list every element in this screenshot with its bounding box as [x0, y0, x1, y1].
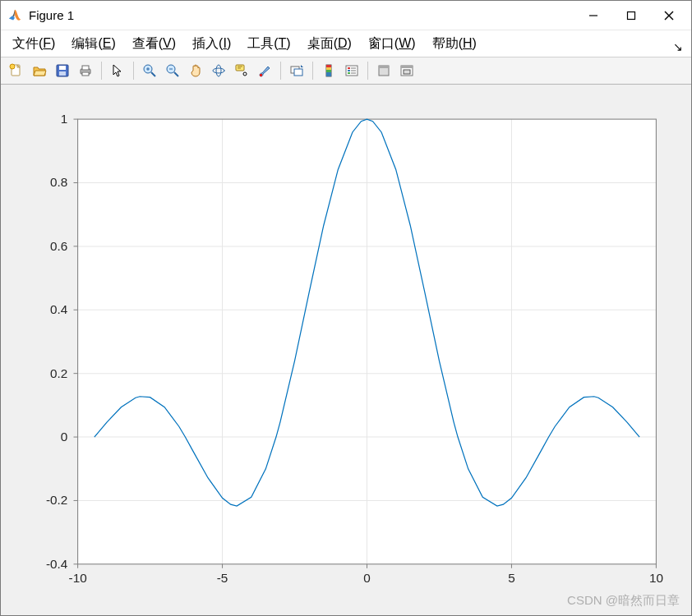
svg-text:0.8: 0.8 [50, 176, 67, 190]
svg-text:5: 5 [508, 571, 515, 585]
toolbar-separator [367, 62, 368, 80]
colorbar-button[interactable] [318, 60, 339, 81]
save-button[interactable] [52, 60, 73, 81]
svg-rect-7 [59, 66, 66, 70]
hide-plot-tools-button[interactable] [373, 60, 394, 81]
toolbar [1, 57, 691, 85]
select-button[interactable] [107, 60, 128, 81]
menu-file[interactable]: 文件(F) [6, 32, 62, 56]
svg-rect-11 [82, 72, 89, 76]
svg-rect-33 [326, 70, 331, 72]
svg-text:0: 0 [363, 571, 371, 585]
menu-tools[interactable]: 工具(T) [241, 32, 297, 56]
menu-view[interactable]: 查看(V) [126, 32, 182, 56]
new-figure-button[interactable] [6, 60, 27, 81]
matlab-icon [7, 8, 22, 23]
svg-rect-43 [379, 66, 389, 68]
svg-text:0.2: 0.2 [50, 366, 67, 380]
svg-rect-31 [326, 65, 331, 67]
menu-edit[interactable]: 编辑(E) [65, 32, 122, 56]
titlebar: Figure 1 [1, 1, 691, 30]
menu-help[interactable]: 帮助(H) [426, 32, 483, 56]
svg-point-19 [213, 68, 224, 73]
dock-button[interactable] [396, 60, 418, 81]
svg-text:0.6: 0.6 [50, 239, 67, 253]
svg-rect-26 [260, 74, 262, 76]
svg-rect-28 [294, 69, 302, 76]
menubar: 文件(F) 编辑(E) 查看(V) 插入(I) 工具(T) 桌面(D) 窗口(W… [1, 30, 691, 57]
svg-text:1: 1 [61, 112, 68, 126]
svg-rect-46 [404, 70, 410, 74]
svg-rect-32 [326, 67, 331, 70]
pan-button[interactable] [185, 60, 206, 81]
toolbar-separator [133, 62, 134, 80]
svg-rect-34 [326, 72, 331, 76]
toolbar-separator [312, 62, 313, 80]
svg-text:-10: -10 [69, 571, 87, 585]
menubar-overflow-icon[interactable]: ↘ [673, 40, 683, 53]
svg-text:-0.4: -0.4 [46, 557, 67, 571]
window-title: Figure 1 [29, 8, 74, 22]
svg-rect-36 [348, 67, 350, 69]
data-cursor-button[interactable] [231, 60, 252, 81]
svg-marker-29 [301, 65, 303, 67]
zoom-in-button[interactable] [139, 60, 160, 81]
svg-point-5 [10, 64, 15, 69]
svg-line-17 [174, 72, 178, 76]
svg-text:0.4: 0.4 [50, 302, 67, 316]
toolbar-separator [101, 62, 102, 80]
svg-rect-1 [628, 11, 635, 19]
maximize-button[interactable] [612, 3, 650, 28]
close-button[interactable] [650, 3, 688, 28]
print-button[interactable] [75, 60, 96, 81]
legend-button[interactable] [341, 60, 362, 81]
figure-body: -10-50510-0.4-0.200.20.40.60.81 CSDN @暗然… [1, 85, 691, 615]
toolbar-separator [280, 62, 281, 80]
menu-window[interactable]: 窗口(W) [362, 32, 422, 56]
menu-insert[interactable]: 插入(I) [186, 32, 238, 56]
rotate-button[interactable] [208, 60, 229, 81]
axes[interactable]: -10-50510-0.4-0.200.20.40.60.81 [11, 94, 681, 605]
svg-rect-8 [59, 71, 66, 76]
svg-point-25 [243, 72, 247, 76]
brush-button[interactable] [254, 60, 275, 81]
zoom-out-button[interactable] [162, 60, 183, 81]
svg-line-13 [151, 72, 155, 76]
svg-text:0: 0 [61, 430, 68, 444]
svg-rect-37 [348, 70, 350, 71]
svg-text:-0.2: -0.2 [46, 494, 67, 508]
svg-text:-5: -5 [217, 571, 228, 585]
minimize-button[interactable] [574, 3, 612, 28]
svg-text:10: 10 [649, 571, 663, 585]
svg-rect-38 [348, 72, 350, 74]
svg-rect-10 [82, 66, 89, 70]
svg-point-20 [216, 65, 221, 76]
link-plot-button[interactable] [286, 60, 307, 81]
svg-rect-45 [401, 66, 413, 68]
open-button[interactable] [29, 60, 50, 81]
menu-desktop[interactable]: 桌面(D) [301, 32, 358, 56]
